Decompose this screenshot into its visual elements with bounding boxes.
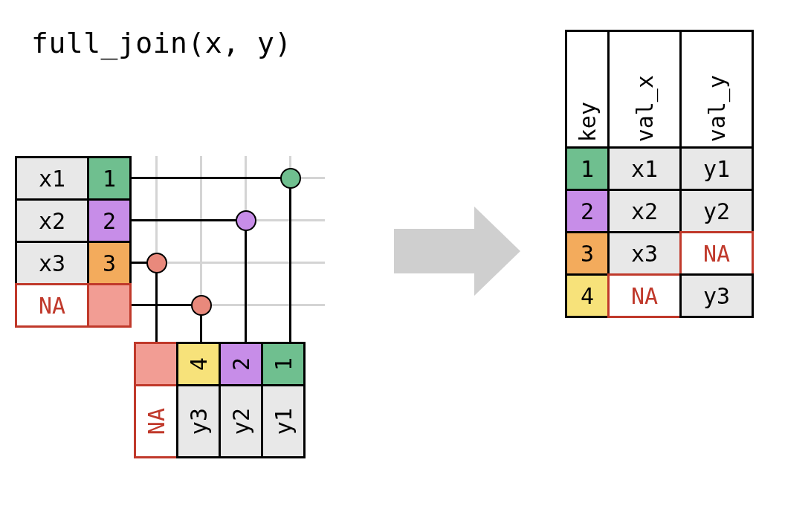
result-header: val_y	[679, 30, 754, 149]
result-valy-cell: y3	[679, 273, 754, 318]
result-valy-na-cell: NA	[679, 231, 754, 276]
match-vline	[155, 262, 158, 342]
x-key-na-cell	[87, 283, 132, 328]
match-dot	[146, 253, 167, 273]
match-dot	[236, 210, 256, 231]
result-header: key	[565, 30, 610, 149]
result-valx-cell: x1	[607, 146, 682, 191]
result-valy-cell: y2	[679, 189, 754, 233]
match-hline	[132, 219, 247, 221]
x-key-cell: 3	[87, 241, 132, 285]
y-key-label: 2	[228, 357, 254, 371]
y-key-cell: 2	[219, 342, 263, 386]
y-key-label: 1	[271, 357, 297, 371]
y-key-cell: 1	[261, 342, 306, 386]
result-header-label: val_y	[704, 75, 730, 142]
result-valx-cell: x2	[607, 189, 682, 233]
match-vline	[289, 177, 291, 342]
result-valx-cell: x3	[607, 231, 682, 276]
result-valx-na-cell: NA	[607, 273, 682, 318]
y-val-label: y1	[271, 408, 297, 435]
y-val-cell: y2	[219, 384, 263, 458]
y-val-na-cell: NA	[134, 384, 178, 458]
result-header: val_x	[607, 30, 682, 149]
x-val-cell: x2	[15, 198, 89, 243]
match-vline	[245, 219, 247, 342]
x-val-cell: x1	[15, 156, 89, 201]
arrow-icon	[394, 207, 520, 296]
y-val-cell: y1	[261, 384, 306, 458]
x-val-na-cell: NA	[15, 283, 89, 328]
x-key-cell: 1	[87, 156, 132, 201]
x-key-cell: 2	[87, 198, 132, 243]
result-key-cell: 2	[565, 189, 610, 233]
match-dot	[191, 295, 212, 316]
result-key-cell: 1	[565, 146, 610, 191]
y-val-label: y2	[228, 408, 254, 435]
y-key-cell: 4	[176, 342, 221, 386]
result-key-cell: 3	[565, 231, 610, 276]
y-val-cell: y3	[176, 384, 221, 458]
result-valy-cell: y1	[679, 146, 754, 191]
match-dot	[280, 168, 301, 189]
y-key-label: 4	[186, 357, 212, 371]
result-header-label: val_x	[632, 75, 658, 142]
match-hline	[132, 177, 291, 179]
x-val-cell: x3	[15, 241, 89, 285]
y-val-label: NA	[143, 408, 169, 435]
result-key-cell: 4	[565, 273, 610, 318]
result-header-label: key	[575, 102, 601, 142]
diagram-title: full_join(x, y)	[31, 27, 292, 59]
y-key-na-cell	[134, 342, 178, 386]
y-val-label: y3	[186, 408, 212, 435]
